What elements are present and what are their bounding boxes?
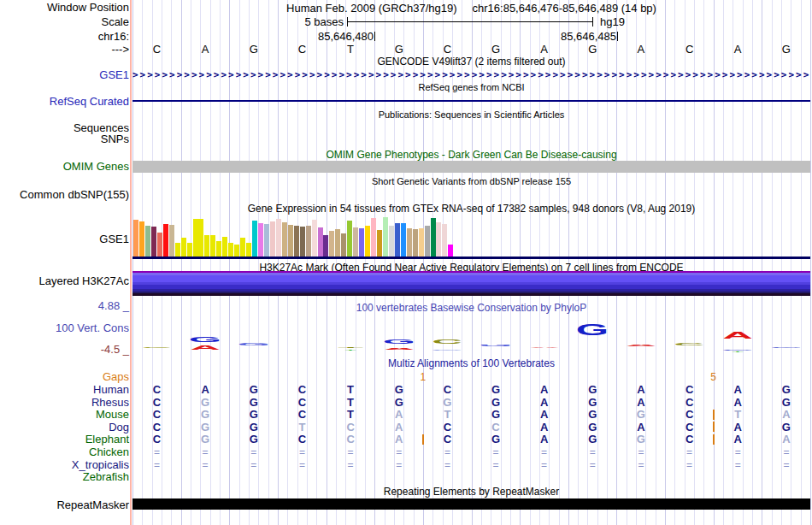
gtex-tissue-bar[interactable]: [395, 223, 400, 257]
multiz-base[interactable]: C: [278, 434, 327, 445]
multiz-base[interactable]: A: [520, 434, 568, 445]
conservation-glyph[interactable]: A: [185, 339, 225, 345]
multiz-label-dog[interactable]: Dog: [0, 422, 129, 433]
conservation-glyph[interactable]: G: [767, 336, 806, 338]
multiz-base[interactable]: C: [278, 384, 327, 396]
track-label-common-dbsnp[interactable]: Common dbSNP(155): [0, 189, 129, 200]
multiz-base[interactable]: A: [616, 397, 665, 409]
gtex-tissue-bar[interactable]: [252, 221, 257, 257]
conservation-glyph[interactable]: G: [573, 323, 612, 338]
track-label-omim-genes[interactable]: OMIM Genes: [0, 161, 129, 172]
gtex-tissue-bar[interactable]: [145, 226, 150, 257]
multiz-base[interactable]: G: [616, 409, 665, 421]
gtex-tissue-bar[interactable]: [318, 227, 323, 257]
multiz-base[interactable]: A: [714, 434, 762, 445]
gtex-tissue-bar[interactable]: [240, 238, 245, 257]
gtex-tissue-bar[interactable]: [234, 245, 239, 257]
multiz-base[interactable]: G: [568, 409, 617, 421]
gtex-tissue-bar[interactable]: [306, 226, 311, 257]
multiz-base[interactable]: C: [132, 397, 181, 409]
conservation-glyph[interactable]: A: [718, 328, 757, 338]
omim-gene-bar[interactable]: [132, 161, 810, 173]
multiz-base[interactable]: =: [132, 446, 181, 458]
multiz-base[interactable]: C: [665, 434, 714, 445]
multiz-base[interactable]: G: [568, 422, 617, 434]
multiz-base[interactable]: =: [374, 446, 423, 458]
multiz-label-mouse[interactable]: Mouse: [0, 409, 129, 420]
multiz-label-chicken[interactable]: Chicken: [0, 446, 129, 457]
multiz-base[interactable]: C: [665, 422, 714, 434]
gtex-tissue-bar[interactable]: [133, 220, 138, 257]
multiz-base[interactable]: T: [278, 422, 327, 434]
gtex-tissue-bar[interactable]: [157, 233, 162, 257]
gtex-tissue-bar[interactable]: [413, 229, 418, 257]
multiz-base[interactable]: =: [520, 446, 568, 458]
multiz-base[interactable]: T: [327, 397, 375, 409]
conservation-glyph[interactable]: G: [380, 333, 419, 338]
multiz-label-rhesus[interactable]: Rhesus: [0, 397, 129, 408]
multiz-base[interactable]: A: [374, 409, 423, 421]
gtex-tissue-bar[interactable]: [347, 221, 352, 257]
gse1-gene-arrows[interactable]: >>>>>>>>>>>>>>>>>>>>>>>>>>>>>>>>>>>>>>>>…: [132, 70, 810, 80]
multiz-base[interactable]: C: [132, 434, 181, 445]
multiz-base[interactable]: C: [665, 397, 714, 409]
multiz-base[interactable]: =: [568, 446, 617, 458]
multiz-base[interactable]: =: [714, 446, 762, 458]
multiz-base[interactable]: G: [229, 384, 278, 396]
gtex-tissue-bar[interactable]: [436, 222, 441, 257]
gtex-tissue-bar[interactable]: [228, 243, 233, 257]
multiz-base[interactable]: T: [423, 409, 472, 421]
track-label-repeatmasker[interactable]: RepeatMasker: [0, 499, 129, 510]
gtex-tissue-bar[interactable]: [312, 220, 317, 257]
multiz-base[interactable]: =: [762, 446, 810, 458]
gtex-tissue-bar[interactable]: [365, 226, 370, 257]
gtex-tissue-bar[interactable]: [407, 228, 412, 257]
gtex-tissue-bar[interactable]: [276, 219, 281, 257]
multiz-base[interactable]: C: [665, 384, 714, 396]
gtex-tissue-bar[interactable]: [335, 229, 340, 257]
h3k27ac-band[interactable]: [132, 293, 810, 296]
multiz-base[interactable]: A: [374, 434, 423, 445]
gtex-tissue-bar[interactable]: [353, 227, 358, 257]
gtex-tissue-bar[interactable]: [270, 221, 275, 257]
gtex-tissue-bar[interactable]: [288, 225, 293, 257]
multiz-base[interactable]: G: [762, 397, 810, 409]
gtex-tissue-bar[interactable]: [389, 226, 394, 257]
multiz-label-x_tropicalis[interactable]: X_tropicalis: [0, 459, 129, 470]
multiz-base[interactable]: G: [472, 409, 521, 421]
multiz-base[interactable]: =: [616, 446, 665, 458]
refseq-gene-line[interactable]: [132, 100, 810, 102]
gtex-tissue-bar[interactable]: [198, 219, 203, 257]
multiz-base[interactable]: =: [132, 459, 181, 471]
multiz-base[interactable]: A: [714, 422, 762, 434]
multiz-base[interactable]: A: [520, 409, 568, 421]
multiz-base[interactable]: =: [520, 459, 568, 471]
gtex-tissue-bar[interactable]: [187, 243, 192, 257]
multiz-base[interactable]: G: [568, 384, 617, 396]
track-label-vert-cons[interactable]: 100 Vert. Cons: [0, 322, 129, 333]
multiz-base[interactable]: A: [374, 422, 423, 434]
multiz-base[interactable]: T: [327, 384, 375, 396]
multiz-base[interactable]: G: [762, 384, 810, 396]
conservation-glyph[interactable]: A: [380, 339, 419, 341]
gtex-tissue-bar[interactable]: [448, 245, 453, 257]
multiz-base[interactable]: C: [132, 409, 181, 421]
multiz-base[interactable]: =: [278, 459, 327, 471]
multiz-base[interactable]: =: [665, 459, 714, 471]
multiz-base[interactable]: G: [229, 434, 278, 445]
multiz-base[interactable]: A: [714, 397, 762, 409]
gtex-tissue-bar[interactable]: [282, 222, 287, 257]
conservation-glyph[interactable]: A: [621, 335, 661, 338]
multiz-label-human[interactable]: Human: [0, 384, 129, 395]
track-label-snps[interactable]: SNPs: [0, 133, 129, 145]
gtex-tissue-bar[interactable]: [442, 224, 447, 257]
gtex-tissue-bar[interactable]: [419, 228, 424, 257]
gtex-tissue-bar[interactable]: [193, 219, 198, 257]
multiz-base[interactable]: G: [374, 397, 423, 409]
multiz-base[interactable]: G: [181, 409, 230, 421]
gtex-tissue-bar[interactable]: [163, 224, 168, 257]
track-label-gaps[interactable]: Gaps: [0, 371, 129, 382]
multiz-base[interactable]: G: [472, 434, 521, 445]
track-label-refseq-curated[interactable]: RefSeq Curated: [0, 96, 129, 107]
multiz-base[interactable]: C: [132, 384, 181, 396]
